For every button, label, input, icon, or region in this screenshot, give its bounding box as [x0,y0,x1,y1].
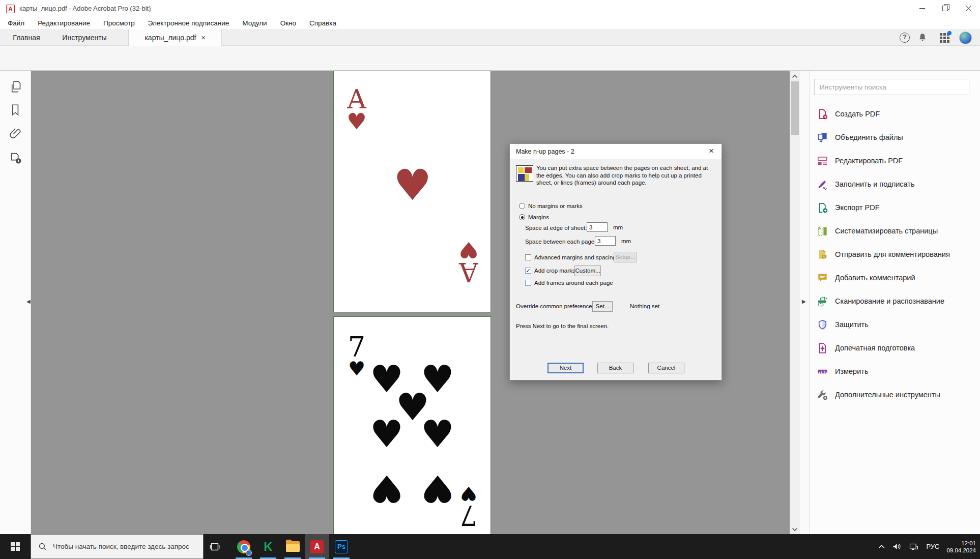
scroll-down-icon[interactable] [790,525,800,534]
app-grid-icon[interactable] [938,31,951,44]
scrollbar-thumb[interactable] [791,81,799,135]
search-icon [38,542,47,551]
standards-info-icon[interactable] [9,151,23,165]
restore-button[interactable] [934,0,957,16]
back-button[interactable]: Back [597,363,633,373]
dialog-title-bar[interactable]: Make n-up pages - 2 × [510,144,722,159]
space-edge-input[interactable] [587,222,608,232]
cancel-button[interactable]: Cancel [648,363,684,373]
dialog-close-icon[interactable]: × [706,146,716,156]
tool-item-protect[interactable]: Защитить [810,313,980,336]
taskbar-app-k[interactable]: K [256,534,280,559]
attachments-paperclip-icon[interactable] [9,127,23,141]
taskbar-app-acrobat[interactable]: A [305,534,329,559]
pdf-page-ace-of-hearts: A ♥ ♥ A ♥ [333,71,491,312]
clock[interactable]: 12:01 09.04.2024 [946,540,976,554]
tool-item-send-for-comments[interactable]: Отправить для комментирования [810,243,980,266]
card-suit: ♥ [345,111,368,132]
file-explorer-icon [286,541,300,552]
collapse-left-pane-icon[interactable]: ◀ [26,298,31,305]
network-icon[interactable] [909,542,919,551]
next-button[interactable]: Next [547,363,584,373]
tab-bar: Главная Инструменты карты_лицо.pdf × ? [0,29,980,46]
task-view-button[interactable] [203,534,227,559]
tool-item-add-comment[interactable]: Добавить комментарий [810,266,980,289]
taskbar-search-input[interactable] [53,543,190,550]
taskbar-app-chrome[interactable] [232,534,256,559]
advanced-margins-row[interactable]: Advanced margins and spacing [525,254,616,260]
taskbar-app-photoshop[interactable]: Ps [329,534,354,559]
close-button[interactable] [957,0,980,16]
tab-home[interactable]: Главная [0,29,53,46]
help-icon[interactable]: ? [898,31,911,44]
page-thumbnails-icon[interactable] [9,80,23,94]
bookmarks-icon[interactable] [9,103,23,117]
tool-item-scan-ocr[interactable]: Сканирование и распознавание [810,289,980,313]
language-indicator[interactable]: РУС [926,543,939,550]
tool-item-export-pdf[interactable]: Экспорт PDF [810,196,980,219]
tab-close-icon[interactable]: × [201,34,205,41]
tools-panel: Создать PDF Объединить файлы Редактирова… [809,71,980,534]
tool-item-measure[interactable]: Измерить [810,360,980,383]
tool-item-combine-files[interactable]: Объединить файлы [810,126,980,149]
menu-bar: Файл Редактирование Просмотр Электронное… [0,17,980,29]
menu-edit[interactable]: Редактирование [38,19,90,27]
tab-tools[interactable]: Инструменты [53,29,116,46]
crop-marks-row[interactable]: ✓ Add crop marks [525,268,575,274]
heart-pip: ♥ [421,470,454,508]
advanced-margins-checkbox[interactable] [525,254,531,260]
menu-esign[interactable]: Электронное подписание [148,19,229,27]
menu-help[interactable]: Справка [309,19,336,27]
user-avatar[interactable] [959,31,972,44]
radio-row-no-margins[interactable]: No margins or marks [519,203,583,209]
export-pdf-icon [817,202,828,214]
tool-item-edit-pdf[interactable]: Редактировать PDF [810,149,980,172]
tool-item-organize-pages[interactable]: Систематизировать страницы [810,219,980,243]
scroll-up-icon[interactable] [790,72,800,81]
tool-item-fill-sign[interactable]: Заполнить и подписать [810,172,980,196]
swatch-yellow-2 [525,174,529,181]
tool-label: Сканирование и распознавание [835,297,944,305]
menu-file[interactable]: Файл [8,19,24,27]
expand-right-pane-icon[interactable]: ▶ [802,298,806,305]
tab-document[interactable]: карты_лицо.pdf × [128,29,222,46]
notifications-bell-icon[interactable] [916,31,929,44]
create-pdf-icon [817,108,828,120]
tool-label: Создать PDF [835,110,880,118]
radio-no-margins-label: No margins or marks [528,203,583,209]
menu-view[interactable]: Просмотр [103,19,135,27]
tool-label: Экспорт PDF [835,203,880,212]
tool-item-print-production[interactable]: Допечатная подготовка [810,336,980,360]
radio-no-margins[interactable] [519,203,525,209]
crop-marks-checkbox[interactable]: ✓ [525,268,531,274]
space-between-input[interactable] [595,236,616,246]
tab-tools-label: Инструменты [62,34,106,42]
taskbar-app-explorer[interactable] [280,534,305,559]
menu-window[interactable]: Окно [280,19,296,27]
swatch-yellow [518,167,524,173]
tab-home-label: Главная [13,34,40,42]
taskbar-search[interactable] [31,534,204,559]
minimize-button[interactable] [911,0,934,16]
frames-row[interactable]: Add frames around each page [525,280,613,286]
volume-icon[interactable] [892,542,902,551]
start-button[interactable] [0,534,31,559]
main-area: A ♥ ♥ A ♥ 7 ♥ ♥ ♥ ♥ ♥ ♥ ♥ ♥ 7 ♥ [0,71,980,534]
tool-item-create-pdf[interactable]: Создать PDF [810,102,980,126]
radio-margins[interactable] [519,214,525,220]
tray-expand-icon[interactable] [878,544,885,549]
radio-row-margins[interactable]: Margins [519,214,549,220]
unit-mm-label: mm [613,224,623,230]
custom-button[interactable]: Custom... [574,266,601,276]
tool-label: Добавить комментарий [835,274,915,282]
set-button[interactable]: Set... [592,301,613,312]
heart-pip: ♥ [393,164,431,207]
tool-label: Систематизировать страницы [835,227,938,235]
menu-modules[interactable]: Модули [242,19,267,27]
organize-pages-icon [817,225,828,237]
tool-label: Измерить [835,367,868,375]
tools-search-input[interactable] [814,79,969,95]
vertical-scrollbar[interactable] [790,71,800,534]
tool-item-more-tools[interactable]: Дополнительные инструменты [810,383,980,406]
frames-checkbox[interactable] [525,280,531,286]
